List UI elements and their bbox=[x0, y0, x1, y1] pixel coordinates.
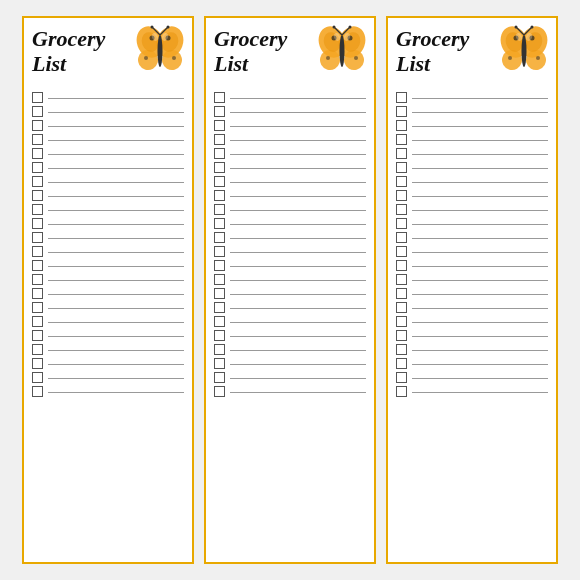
checkbox[interactable] bbox=[214, 204, 225, 215]
checkbox[interactable] bbox=[396, 190, 407, 201]
list-item bbox=[396, 302, 548, 313]
checkbox[interactable] bbox=[214, 372, 225, 383]
list-item bbox=[396, 386, 548, 397]
item-line bbox=[230, 266, 366, 267]
checkbox[interactable] bbox=[32, 106, 43, 117]
checkbox[interactable] bbox=[396, 372, 407, 383]
checkbox[interactable] bbox=[396, 106, 407, 117]
checkbox[interactable] bbox=[214, 232, 225, 243]
checkbox[interactable] bbox=[396, 246, 407, 257]
checkbox[interactable] bbox=[396, 218, 407, 229]
list-item bbox=[32, 288, 184, 299]
svg-point-27 bbox=[340, 35, 345, 67]
checkbox[interactable] bbox=[32, 176, 43, 187]
checkbox[interactable] bbox=[32, 190, 43, 201]
checkbox[interactable] bbox=[32, 232, 43, 243]
checkbox[interactable] bbox=[32, 148, 43, 159]
list-item bbox=[214, 232, 366, 243]
checkbox[interactable] bbox=[396, 92, 407, 103]
list-item bbox=[396, 218, 548, 229]
item-line bbox=[48, 154, 184, 155]
svg-point-8 bbox=[144, 56, 148, 60]
checkbox[interactable] bbox=[214, 330, 225, 341]
checkbox[interactable] bbox=[214, 162, 225, 173]
checkbox[interactable] bbox=[32, 288, 43, 299]
checkbox[interactable] bbox=[32, 344, 43, 355]
checkbox[interactable] bbox=[396, 134, 407, 145]
checkbox[interactable] bbox=[214, 316, 225, 327]
list-item bbox=[32, 302, 184, 313]
checkbox[interactable] bbox=[32, 120, 43, 131]
butterfly-icon-2 bbox=[318, 24, 366, 78]
checkbox[interactable] bbox=[396, 260, 407, 271]
checkbox[interactable] bbox=[396, 344, 407, 355]
svg-point-13 bbox=[151, 26, 154, 29]
list-item bbox=[396, 92, 548, 103]
checkbox[interactable] bbox=[32, 330, 43, 341]
checkbox[interactable] bbox=[214, 218, 225, 229]
checkbox[interactable] bbox=[32, 204, 43, 215]
checkbox[interactable] bbox=[214, 148, 225, 159]
checkbox[interactable] bbox=[396, 302, 407, 313]
item-line bbox=[230, 336, 366, 337]
checkbox[interactable] bbox=[32, 386, 43, 397]
checkbox[interactable] bbox=[396, 288, 407, 299]
items-list-2 bbox=[214, 92, 366, 554]
checkbox[interactable] bbox=[214, 176, 225, 187]
svg-point-42 bbox=[508, 56, 512, 60]
checkbox[interactable] bbox=[396, 148, 407, 159]
checkbox[interactable] bbox=[214, 120, 225, 131]
list-item bbox=[32, 260, 184, 271]
checkbox[interactable] bbox=[214, 358, 225, 369]
list-item bbox=[32, 358, 184, 369]
checkbox[interactable] bbox=[214, 386, 225, 397]
list-item bbox=[32, 134, 184, 145]
checkbox[interactable] bbox=[396, 330, 407, 341]
item-line bbox=[48, 224, 184, 225]
checkbox[interactable] bbox=[32, 218, 43, 229]
checkbox[interactable] bbox=[396, 176, 407, 187]
checkbox[interactable] bbox=[32, 358, 43, 369]
checkbox[interactable] bbox=[32, 316, 43, 327]
list-title-2: GroceryList bbox=[214, 24, 287, 77]
checkbox[interactable] bbox=[32, 134, 43, 145]
item-line bbox=[48, 168, 184, 169]
checkbox[interactable] bbox=[396, 316, 407, 327]
list-item bbox=[396, 134, 548, 145]
checkbox[interactable] bbox=[32, 274, 43, 285]
checkbox[interactable] bbox=[396, 274, 407, 285]
checkbox[interactable] bbox=[214, 288, 225, 299]
list-title-3: GroceryList bbox=[396, 24, 469, 77]
grocery-list-card-1: GroceryList bbox=[22, 16, 194, 564]
checkbox[interactable] bbox=[396, 386, 407, 397]
checkbox[interactable] bbox=[396, 120, 407, 131]
list-item bbox=[214, 274, 366, 285]
checkbox[interactable] bbox=[214, 344, 225, 355]
checkbox[interactable] bbox=[396, 162, 407, 173]
checkbox[interactable] bbox=[32, 260, 43, 271]
checkbox[interactable] bbox=[214, 190, 225, 201]
checkbox[interactable] bbox=[396, 204, 407, 215]
list-item bbox=[396, 148, 548, 159]
list-item bbox=[32, 274, 184, 285]
checkbox[interactable] bbox=[32, 92, 43, 103]
checkbox[interactable] bbox=[32, 372, 43, 383]
checkbox[interactable] bbox=[32, 246, 43, 257]
checkbox[interactable] bbox=[396, 358, 407, 369]
checkbox[interactable] bbox=[214, 274, 225, 285]
checkbox[interactable] bbox=[32, 162, 43, 173]
list-item bbox=[32, 148, 184, 159]
list-item bbox=[32, 386, 184, 397]
svg-point-31 bbox=[349, 26, 352, 29]
checkbox[interactable] bbox=[396, 232, 407, 243]
checkbox[interactable] bbox=[214, 134, 225, 145]
item-line bbox=[412, 112, 548, 113]
list-header-3: GroceryList bbox=[396, 24, 548, 86]
checkbox[interactable] bbox=[214, 92, 225, 103]
checkbox[interactable] bbox=[214, 246, 225, 257]
grocery-list-card-2: GroceryList bbox=[204, 16, 376, 564]
checkbox[interactable] bbox=[214, 302, 225, 313]
checkbox[interactable] bbox=[32, 302, 43, 313]
checkbox[interactable] bbox=[214, 260, 225, 271]
checkbox[interactable] bbox=[214, 106, 225, 117]
